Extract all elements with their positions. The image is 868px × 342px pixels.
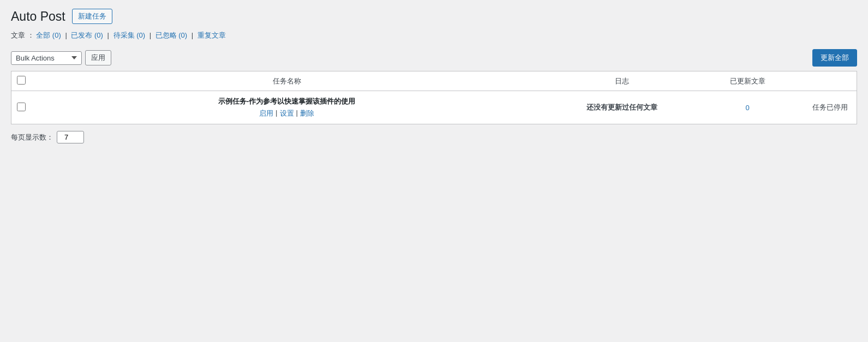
action-delete[interactable]: 删除 [300, 109, 314, 118]
toolbar-left: Bulk Actions 删除 应用 [11, 50, 111, 65]
per-page-input[interactable] [57, 131, 84, 143]
filter-sep-4: | [191, 31, 193, 39]
filter-duplicate[interactable]: 重复文章 [197, 31, 226, 39]
row-log-cell: 还没有更新过任何文章 [540, 91, 704, 124]
row-status-cell: 任务已停用 [791, 91, 857, 124]
table-header: 任务名称 日志 已更新文章 [11, 71, 857, 91]
filter-colon: ： [27, 31, 34, 39]
row-actions: 启用 | 设置 | 删除 [39, 109, 535, 118]
bulk-actions-select[interactable]: Bulk Actions 删除 [11, 51, 82, 65]
page-header: Auto Post 新建任务 [11, 9, 857, 24]
new-task-button[interactable]: 新建任务 [72, 9, 112, 24]
header-updated: 已更新文章 [704, 71, 791, 91]
header-checkbox-cell [11, 71, 33, 91]
header-task-name: 任务名称 [33, 71, 540, 91]
filter-pending[interactable]: 待采集 (0) [113, 31, 146, 39]
task-title: 示例任务-作为参考以快速掌握该插件的使用 [39, 97, 535, 106]
filter-sep-3: | [149, 31, 151, 39]
action-settings[interactable]: 设置 [280, 109, 294, 118]
row-task-name-cell: 示例任务-作为参考以快速掌握该插件的使用 启用 | 设置 | 删除 [33, 91, 540, 124]
task-table: 任务名称 日志 已更新文章 示例任务-作为参考以快速掌握该插件的使用 启用 | … [11, 71, 857, 124]
action-sep-1: | [276, 109, 277, 118]
footer-bar: 每页显示数： [11, 131, 857, 143]
row-status: 任务已停用 [812, 103, 848, 111]
toolbar: Bulk Actions 删除 应用 更新全部 [11, 45, 857, 71]
header-status [791, 71, 857, 91]
filter-sep-1: | [65, 31, 67, 39]
select-all-checkbox[interactable] [17, 76, 26, 85]
row-updated-count: 0 [745, 104, 749, 112]
table-body: 示例任务-作为参考以快速掌握该插件的使用 启用 | 设置 | 删除 还没有更新过… [11, 91, 857, 124]
action-sep-2: | [296, 109, 298, 118]
action-enable[interactable]: 启用 [259, 109, 273, 118]
table-row: 示例任务-作为参考以快速掌握该插件的使用 启用 | 设置 | 删除 还没有更新过… [11, 91, 857, 124]
page-title: Auto Post [11, 9, 65, 24]
filter-ignored[interactable]: 已忽略 (0) [155, 31, 188, 39]
filter-all[interactable]: 全部 (0) [36, 31, 61, 39]
apply-button[interactable]: 应用 [85, 50, 111, 65]
filter-label: 文章 [11, 31, 25, 39]
row-updated-cell: 0 [704, 91, 791, 124]
row-log: 还没有更新过任何文章 [586, 103, 657, 111]
task-table-container: 任务名称 日志 已更新文章 示例任务-作为参考以快速掌握该插件的使用 启用 | … [11, 71, 857, 124]
filter-published[interactable]: 已发布 (0) [71, 31, 103, 39]
header-log: 日志 [540, 71, 704, 91]
row-checkbox[interactable] [17, 103, 26, 111]
row-checkbox-cell [11, 91, 33, 124]
filter-bar: 文章 ： 全部 (0) | 已发布 (0) | 待采集 (0) | 已忽略 (0… [11, 31, 857, 40]
per-page-label: 每页显示数： [11, 133, 53, 142]
update-all-button[interactable]: 更新全部 [812, 49, 857, 67]
filter-sep-2: | [107, 31, 109, 39]
